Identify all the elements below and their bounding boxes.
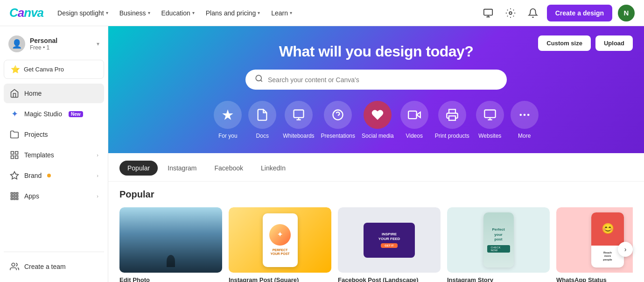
social-media-icon	[364, 101, 392, 129]
svg-marker-20	[416, 112, 420, 118]
sidebar-bottom: Create a team	[4, 252, 104, 276]
whiteboards-icon	[285, 101, 313, 129]
category-label: Websites	[478, 133, 501, 139]
filter-tab-popular[interactable]: Popular	[119, 161, 158, 176]
category-label: Social media	[362, 133, 394, 139]
svg-rect-18	[294, 110, 303, 118]
card-image: INSPIREYOUR FEED GET IT	[338, 207, 441, 273]
svg-rect-13	[11, 198, 13, 199]
nav-business[interactable]: Business ▾	[115, 7, 155, 20]
filter-tab-linkedin[interactable]: LinkedIn	[253, 161, 294, 176]
card-title: Instagram Story	[447, 276, 550, 282]
card-title: WhatsApp Status	[556, 276, 633, 282]
svg-rect-22	[449, 116, 455, 120]
sidebar-item-label: Magic Studio	[24, 110, 62, 118]
chevron-down-icon: ▾	[192, 10, 195, 15]
category-websites[interactable]: Websites	[476, 101, 504, 139]
sidebar-item-brand[interactable]: Brand ›	[4, 166, 104, 185]
category-print-products[interactable]: Print products	[435, 101, 469, 139]
get-canva-pro-button[interactable]: ⭐ Get Canva Pro	[4, 60, 104, 79]
category-for-you[interactable]: For you	[214, 101, 242, 139]
category-videos[interactable]: Videos	[400, 101, 428, 139]
sidebar-item-label: Brand	[24, 172, 42, 179]
category-label: For you	[218, 133, 238, 139]
card-edit-photo[interactable]: Edit Photo Change the look of your image…	[119, 207, 222, 282]
monitor-icon[interactable]	[480, 5, 497, 21]
topnav: Canva Design spotlight ▾ Business ▾ Educ…	[0, 0, 644, 26]
chevron-right-icon: ›	[97, 173, 98, 178]
templates-icon	[9, 150, 20, 160]
svg-point-26	[519, 114, 522, 116]
category-label: More	[518, 133, 531, 139]
user-section[interactable]: 👤 Personal Free • 1 ▾	[4, 32, 104, 56]
category-icons: For you Docs Whiteboards	[127, 101, 625, 139]
videos-icon	[400, 101, 428, 129]
card-image	[119, 207, 222, 273]
avatar[interactable]: N	[618, 5, 635, 21]
filter-tab-instagram[interactable]: Instagram	[160, 161, 204, 176]
notifications-icon[interactable]	[525, 5, 541, 21]
sidebar-item-label: Templates	[24, 151, 54, 159]
sidebar-item-magic-studio[interactable]: ✦ Magic Studio New	[4, 104, 104, 124]
nav-design-spotlight[interactable]: Design spotlight ▾	[53, 7, 113, 20]
sidebar: 👤 Personal Free • 1 ▾ ⭐ Get Canva Pro Ho…	[0, 26, 108, 282]
sidebar-item-templates[interactable]: Templates ›	[4, 145, 104, 165]
nav-links: Design spotlight ▾ Business ▾ Education …	[53, 7, 476, 20]
sidebar-item-create-team[interactable]: Create a team	[4, 257, 104, 276]
presentations-icon	[324, 101, 352, 129]
filter-tab-facebook[interactable]: Facebook	[207, 161, 251, 176]
sidebar-nav: Home ✦ Magic Studio New Projects Templat…	[4, 84, 104, 252]
websites-icon	[476, 101, 504, 129]
sidebar-item-projects[interactable]: Projects	[4, 125, 104, 144]
sidebar-item-label: Create a team	[24, 263, 66, 270]
user-name: Personal	[30, 37, 97, 44]
search-input[interactable]	[268, 76, 497, 84]
nav-plans-pricing[interactable]: Plans and pricing ▾	[201, 7, 265, 20]
card-ig-story[interactable]: Perfectyourpost CHECK NOW Instagram Stor…	[447, 207, 550, 282]
card-fb-post[interactable]: INSPIREYOUR FEED GET IT Facebook Post (L…	[338, 207, 441, 282]
svg-rect-4	[15, 156, 18, 159]
main-content: Custom size Upload What will you design …	[108, 26, 644, 282]
card-title: Facebook Post (Landscape)	[338, 276, 441, 282]
category-more[interactable]: More	[511, 101, 539, 139]
category-label: Presentations	[321, 133, 355, 139]
popular-section: Popular Edit Photo Change the look of yo…	[108, 182, 644, 282]
projects-icon	[9, 129, 20, 140]
chevron-right-icon: ›	[97, 152, 98, 158]
svg-rect-15	[16, 198, 18, 199]
layout: 👤 Personal Free • 1 ▾ ⭐ Get Canva Pro Ho…	[0, 0, 644, 282]
svg-rect-2	[11, 152, 14, 155]
svg-point-27	[523, 114, 525, 116]
category-label: Whiteboards	[283, 133, 314, 139]
nav-learn[interactable]: Learn ▾	[266, 7, 297, 20]
custom-size-button[interactable]: Custom size	[538, 35, 591, 51]
user-avatar: 👤	[8, 35, 25, 52]
category-label: Videos	[406, 133, 422, 139]
svg-rect-8	[14, 193, 15, 194]
category-presentations[interactable]: Presentations	[321, 101, 355, 139]
logo[interactable]: Canva	[9, 6, 43, 20]
svg-marker-6	[11, 172, 19, 179]
svg-point-1	[509, 12, 512, 14]
upload-button[interactable]: Upload	[595, 35, 633, 51]
category-docs[interactable]: Docs	[248, 101, 276, 139]
filter-tabs: Popular Instagram Facebook LinkedIn	[108, 153, 644, 182]
nav-education[interactable]: Education ▾	[157, 7, 199, 20]
magic-icon: ✦	[9, 109, 20, 119]
svg-rect-7	[11, 193, 13, 194]
chevron-down-icon: ▾	[97, 41, 99, 47]
category-whiteboards[interactable]: Whiteboards	[283, 101, 314, 139]
create-design-button[interactable]: Create a design	[547, 5, 612, 21]
card-ig-post[interactable]: ✦ PERFECTYOUR POST Instagram Post (Squar…	[229, 207, 331, 282]
sidebar-item-home[interactable]: Home	[4, 84, 104, 103]
brand-dot	[47, 174, 51, 177]
chevron-down-icon: ▾	[258, 10, 260, 15]
scroll-right-button[interactable]: ›	[618, 242, 633, 257]
sidebar-item-apps[interactable]: Apps ›	[4, 186, 104, 206]
category-social-media[interactable]: Social media	[362, 101, 394, 139]
team-icon	[9, 261, 20, 272]
svg-rect-5	[11, 156, 14, 159]
settings-icon[interactable]	[502, 5, 519, 21]
card-title: Edit Photo	[119, 276, 222, 282]
card-image: Perfectyourpost CHECK NOW	[447, 207, 550, 273]
